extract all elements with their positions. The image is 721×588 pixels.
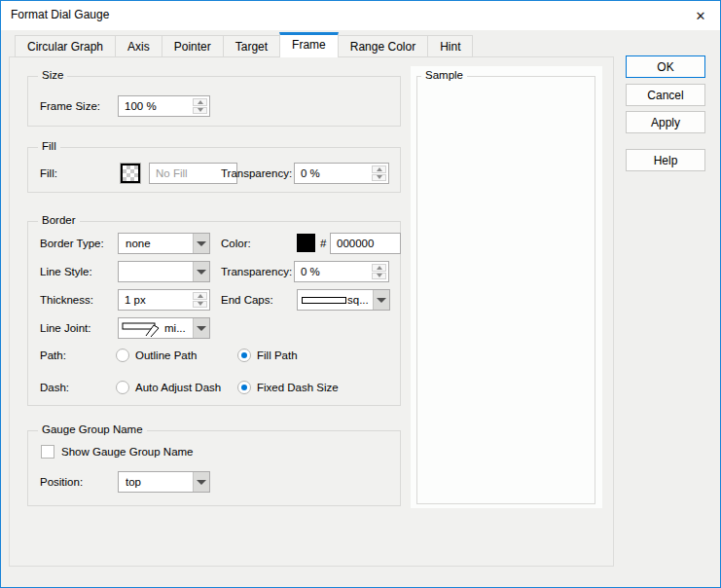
spin-down-icon[interactable] bbox=[193, 107, 207, 115]
chevron-down-icon[interactable] bbox=[193, 262, 209, 281]
path-label: Path: bbox=[40, 345, 66, 366]
fill-group-title: Fill bbox=[38, 140, 60, 152]
chevron-down-icon[interactable] bbox=[193, 472, 209, 492]
ok-button[interactable]: OK bbox=[626, 55, 705, 78]
dialog-title: Format Dial Gauge bbox=[11, 8, 109, 21]
auto-adjust-dash-radio[interactable] bbox=[116, 381, 129, 394]
tab-circular-graph[interactable]: Circular Graph bbox=[15, 35, 116, 57]
end-caps-value: sq... bbox=[347, 294, 373, 306]
close-icon[interactable]: ✕ bbox=[692, 7, 709, 24]
spin-down-icon[interactable] bbox=[372, 273, 386, 280]
title-bar: Format Dial Gauge ✕ bbox=[1, 1, 720, 30]
end-caps-preview bbox=[302, 297, 346, 304]
tab-hint[interactable]: Hint bbox=[427, 35, 473, 57]
no-fill-swatch-button[interactable] bbox=[121, 164, 140, 183]
frame-size-spinner[interactable] bbox=[193, 98, 207, 114]
cancel-button[interactable]: Cancel bbox=[626, 84, 705, 106]
chevron-down-icon[interactable] bbox=[193, 234, 209, 253]
line-joint-preview bbox=[122, 319, 164, 337]
fill-group: Fill Fill: No Fill Transparency: 0 % bbox=[27, 147, 401, 193]
frame-tab-page: Size Frame Size: 100 % Fill Fill: No Fil… bbox=[9, 56, 614, 567]
sample-group-title: Sample bbox=[421, 69, 467, 81]
spin-up-icon[interactable] bbox=[193, 98, 207, 106]
fill-label: Fill: bbox=[40, 163, 57, 184]
thickness-input[interactable]: 1 px bbox=[118, 289, 210, 311]
spin-up-icon[interactable] bbox=[193, 292, 207, 300]
border-color-swatch[interactable] bbox=[297, 234, 315, 252]
border-transparency-label: Transparency: bbox=[221, 261, 292, 282]
position-value: top bbox=[126, 476, 193, 488]
spin-up-icon[interactable] bbox=[372, 165, 386, 173]
tab-frame[interactable]: Frame bbox=[279, 32, 339, 57]
thickness-spinner[interactable] bbox=[193, 292, 207, 308]
outline-path-radio-label: Outline Path bbox=[135, 349, 197, 363]
show-gauge-group-name-label: Show Gauge Group Name bbox=[61, 445, 194, 459]
help-button[interactable]: Help bbox=[626, 149, 705, 171]
thickness-value: 1 px bbox=[125, 294, 203, 306]
fill-path-radio-label: Fill Path bbox=[257, 349, 298, 363]
end-caps-label: End Caps: bbox=[221, 289, 273, 311]
frame-size-label: Frame Size: bbox=[40, 95, 100, 117]
fill-transparency-spinner[interactable] bbox=[372, 165, 386, 181]
tab-pointer[interactable]: Pointer bbox=[162, 35, 224, 57]
chevron-down-icon[interactable] bbox=[373, 290, 389, 310]
fixed-dash-size-radio[interactable] bbox=[237, 381, 251, 394]
fill-transparency-value: 0 % bbox=[301, 167, 382, 179]
fill-transparency-label: Transparency: bbox=[221, 163, 292, 184]
tab-bar: Circular Graph Axis Pointer Target Frame… bbox=[15, 35, 473, 57]
fixed-dash-size-radio-label: Fixed Dash Size bbox=[257, 381, 339, 395]
sample-group-border bbox=[416, 76, 595, 504]
spin-down-icon[interactable] bbox=[193, 301, 207, 309]
sample-panel: Sample bbox=[411, 66, 602, 508]
border-type-label: Border Type: bbox=[40, 233, 104, 254]
border-transparency-input[interactable]: 0 % bbox=[294, 261, 389, 282]
size-group: Size Frame Size: 100 % bbox=[27, 76, 401, 127]
end-caps-dropdown[interactable]: sq... bbox=[297, 289, 390, 311]
line-joint-value: mi... bbox=[164, 322, 193, 334]
tab-range-color[interactable]: Range Color bbox=[338, 35, 428, 57]
thickness-label: Thickness: bbox=[40, 289, 93, 311]
color-hex-value: 000000 bbox=[337, 238, 394, 249]
size-group-title: Size bbox=[38, 69, 67, 81]
auto-adjust-dash-radio-label: Auto Adjust Dash bbox=[135, 381, 221, 395]
position-label: Position: bbox=[40, 471, 83, 493]
color-hex-input[interactable]: 000000 bbox=[330, 233, 401, 254]
outline-path-radio[interactable] bbox=[116, 349, 129, 362]
format-dial-gauge-dialog: Format Dial Gauge ✕ Circular Graph Axis … bbox=[0, 0, 721, 588]
dash-label: Dash: bbox=[40, 377, 69, 398]
border-group-title: Border bbox=[38, 214, 80, 226]
tab-target[interactable]: Target bbox=[223, 35, 280, 57]
color-label: Color: bbox=[221, 233, 251, 254]
fill-transparency-input[interactable]: 0 % bbox=[294, 163, 389, 184]
line-style-label: Line Style: bbox=[40, 261, 92, 282]
line-joint-label: Line Joint: bbox=[40, 317, 90, 339]
border-type-value: none bbox=[126, 238, 193, 249]
fill-path-radio[interactable] bbox=[237, 349, 251, 362]
line-style-dropdown[interactable] bbox=[118, 261, 210, 282]
border-transparency-spinner[interactable] bbox=[372, 264, 386, 279]
gauge-group-name-title: Gauge Group Name bbox=[38, 423, 147, 435]
border-type-dropdown[interactable]: none bbox=[118, 233, 210, 254]
spin-up-icon[interactable] bbox=[372, 264, 386, 272]
frame-size-value: 100 % bbox=[125, 100, 203, 112]
border-group: Border Border Type: none Color: # 000000… bbox=[27, 221, 401, 406]
show-gauge-group-name-checkbox[interactable] bbox=[41, 445, 54, 459]
spin-down-icon[interactable] bbox=[372, 174, 386, 182]
chevron-down-icon[interactable] bbox=[193, 318, 209, 338]
tab-axis[interactable]: Axis bbox=[115, 35, 162, 57]
frame-size-input[interactable]: 100 % bbox=[118, 95, 210, 117]
gauge-group-name-group: Gauge Group Name Show Gauge Group Name P… bbox=[27, 430, 401, 506]
hash-sign: # bbox=[320, 233, 326, 254]
fill-value: No Fill bbox=[156, 167, 231, 179]
position-dropdown[interactable]: top bbox=[118, 471, 210, 493]
line-joint-dropdown[interactable]: mi... bbox=[118, 317, 210, 339]
border-transparency-value: 0 % bbox=[301, 266, 382, 277]
apply-button[interactable]: Apply bbox=[626, 111, 705, 133]
